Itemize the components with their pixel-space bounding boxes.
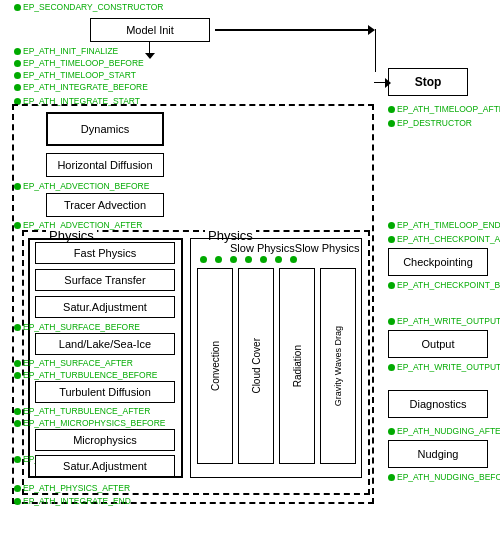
ep-ath-timeloop-before: EP_ATH_TIMELOOP_BEFORE [14,58,144,68]
ep-ath-nudging-before: EP_ATH_NUDGING_BEFORE [388,472,500,482]
convection-node: Convection [197,268,233,464]
ep-ath-advection-before: EP_ATH_ADVECTION_BEFORE [14,181,149,191]
tracer-advection-node: Tracer Advection [46,193,164,217]
checkpointing-node: Checkpointing [388,248,488,276]
top-flow-arrow [215,29,370,31]
ep-ath-physics-after: EP_ATH_PHYSICS_AFTER [14,483,130,493]
slow-physics-ep-dots [200,256,299,263]
ep-destructor: EP_DESTRUCTOR [388,118,472,128]
diagnostics-node: Diagnostics [388,390,488,418]
ep-ath-write-output-after: EP_ATH_WRITE_OUTPUT_AFTER [388,316,500,326]
satur-adjustment-2-node: Satur.Adjustment [35,455,175,477]
output-node: Output [388,330,488,358]
gravity-waves-drag-node: Gravity Waves Drag [320,268,356,464]
right-vertical-line [375,29,376,72]
ep-ath-turbulence-after: EP_ATH_TURBULENCE_AFTER [14,406,150,416]
stop-button[interactable]: Stop [388,68,468,96]
cloud-cover-node: Cloud Cover [238,268,274,464]
arrow-head-right-stop [385,78,391,88]
fast-physics-node: Fast Physics [35,242,175,264]
ep-ath-turbulence-before: EP_ATH_TURBULENCE_BEFORE [14,370,157,380]
ep-secondary-constructor: EP_SECONDARY_CONSTRUCTOR [14,2,163,12]
land-lake-sea-ice-node: Land/Lake/Sea-Ice [35,333,175,355]
ep-ath-timeloop-start: EP_ATH_TIMELOOP_START [14,70,136,80]
ep-ath-write-output-before: EP_ATH_WRITE_OUTPUT_BEFORE [388,362,500,372]
surface-transfer-node: Surface Transfer [35,269,175,291]
slow-physics-label: Slow PhysicsSlow Physics [230,242,360,254]
radiation-node: Radiation [279,268,315,464]
satur-adjustment-1-node: Satur.Adjustment [35,296,175,318]
ep-ath-timeloop-after-right: EP_ATH_TIMELOOP_AFTER [388,104,500,114]
ep-ath-nudging-after: EP_ATH_NUDGING_AFTER [388,426,500,436]
ep-ath-microphysics-before: EP_ATH_MICROPHYSICS_BEFORE [14,418,166,428]
diagram: EP_SECONDARY_CONSTRUCTOR Model Init EP_A… [0,0,500,535]
ep-ath-integrate-end: EP_ATH_INTEGRATE_END [14,496,131,506]
nudging-node: Nudging [388,440,488,468]
model-init-node: Model Init [90,18,210,42]
dynamics-node: Dynamics [46,112,164,146]
ep-ath-integrate-before: EP_ATH_INTEGRATE_BEFORE [14,82,148,92]
ep-ath-init-finalize: EP_ATH_INIT_FINALIZE [14,46,118,56]
horizontal-diffusion-node: Horizontal Diffusion [46,153,164,177]
ep-ath-timeloop-end: EP_ATH_TIMELOOP_END [388,220,500,230]
ep-ath-surface-after: EP_ATH_SURFACE_AFTER [14,358,133,368]
turbulent-diffusion-node: Turbulent Diffusion [35,381,175,403]
top-flow-arrowhead [368,25,375,35]
ep-ath-checkpoint-after: EP_ATH_CHECKPOINT_AFTER [388,234,500,244]
ep-ath-checkpoint-before: EP_ATH_CHECKPOINT_BEFORE [388,280,500,290]
ep-ath-surface-before: EP_ATH_SURFACE_BEFORE [14,322,140,332]
arrow-head-down-1 [145,53,155,59]
microphysics-node: Microphysics [35,429,175,451]
